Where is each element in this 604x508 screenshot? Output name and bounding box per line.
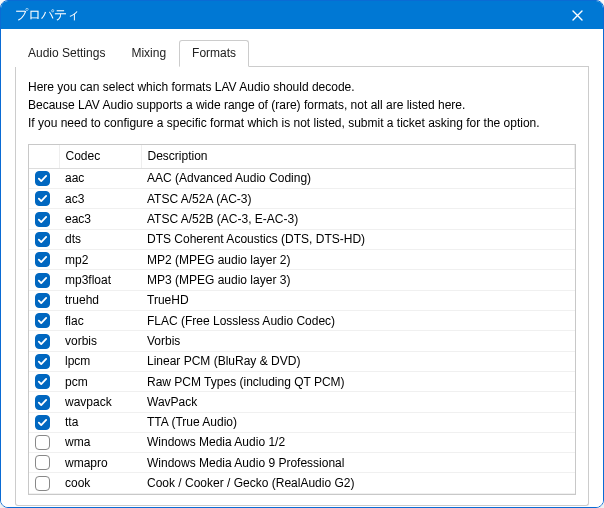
titlebar: プロパティ (1, 1, 603, 29)
codec-cell: lpcm (59, 351, 141, 371)
row-check-cell (29, 270, 59, 290)
intro-line: If you need to configure a specific form… (28, 115, 576, 131)
row-check-cell (29, 412, 59, 432)
table-row[interactable]: mp2MP2 (MPEG audio layer 2) (29, 249, 575, 269)
codec-cell: ac3 (59, 188, 141, 208)
formats-grid: Codec Description aacAAC (Advanced Audio… (28, 144, 576, 495)
tab-audio-settings[interactable]: Audio Settings (15, 40, 118, 67)
checkbox[interactable] (35, 212, 50, 227)
row-check-cell (29, 453, 59, 473)
tab-formats[interactable]: Formats (179, 40, 249, 67)
table-row[interactable]: ac3ATSC A/52A (AC-3) (29, 188, 575, 208)
window-title: プロパティ (15, 6, 80, 24)
intro-line: Here you can select which formats LAV Au… (28, 79, 576, 95)
codec-cell: wma (59, 432, 141, 452)
table-row[interactable]: cookCook / Cooker / Gecko (RealAudio G2) (29, 473, 575, 493)
table-row[interactable]: lpcmLinear PCM (BluRay & DVD) (29, 351, 575, 371)
col-header-description[interactable]: Description (141, 145, 575, 169)
table-row[interactable]: eac3ATSC A/52B (AC-3, E-AC-3) (29, 209, 575, 229)
checkbox[interactable] (35, 334, 50, 349)
table-row[interactable]: wavpackWavPack (29, 392, 575, 412)
checkbox[interactable] (35, 191, 50, 206)
codec-cell: flac (59, 310, 141, 330)
checkbox[interactable] (35, 293, 50, 308)
description-cell: FLAC (Free Lossless Audio Codec) (141, 310, 575, 330)
row-check-cell (29, 331, 59, 351)
checkbox[interactable] (35, 476, 50, 491)
codec-cell: mp3float (59, 270, 141, 290)
codec-cell: truehd (59, 290, 141, 310)
checkbox[interactable] (35, 313, 50, 328)
description-cell: Cook / Cooker / Gecko (RealAudio G2) (141, 473, 575, 493)
codec-cell: pcm (59, 371, 141, 391)
row-check-cell (29, 229, 59, 249)
table-row[interactable]: wmaproWindows Media Audio 9 Professional (29, 453, 575, 473)
tab-panel-formats: Here you can select which formats LAV Au… (15, 67, 589, 506)
intro-line: Because LAV Audio supports a wide range … (28, 97, 576, 113)
row-check-cell (29, 351, 59, 371)
table-row[interactable]: pcmRaw PCM Types (including QT PCM) (29, 371, 575, 391)
row-check-cell (29, 432, 59, 452)
col-header-check[interactable] (29, 145, 59, 169)
description-cell: MP2 (MPEG audio layer 2) (141, 249, 575, 269)
row-check-cell (29, 371, 59, 391)
row-check-cell (29, 249, 59, 269)
description-cell: Vorbis (141, 331, 575, 351)
client-area: Audio SettingsMixingFormats Here you can… (1, 29, 603, 508)
table-row[interactable]: mp3floatMP3 (MPEG audio layer 3) (29, 270, 575, 290)
checkbox[interactable] (35, 455, 50, 470)
table-row[interactable]: dtsDTS Coherent Acoustics (DTS, DTS-HD) (29, 229, 575, 249)
tab-mixing[interactable]: Mixing (118, 40, 179, 67)
codec-cell: tta (59, 412, 141, 432)
checkbox[interactable] (35, 273, 50, 288)
properties-dialog: プロパティ Audio SettingsMixingFormats Here y… (0, 0, 604, 508)
close-button[interactable] (563, 1, 591, 29)
description-cell: TTA (True Audio) (141, 412, 575, 432)
checkbox[interactable] (35, 415, 50, 430)
checkbox[interactable] (35, 435, 50, 450)
row-check-cell (29, 310, 59, 330)
codec-cell: eac3 (59, 209, 141, 229)
formats-grid-scroll[interactable]: Codec Description aacAAC (Advanced Audio… (29, 145, 575, 494)
description-cell: ATSC A/52B (AC-3, E-AC-3) (141, 209, 575, 229)
row-check-cell (29, 290, 59, 310)
checkbox[interactable] (35, 374, 50, 389)
codec-cell: wmapro (59, 453, 141, 473)
checkbox[interactable] (35, 252, 50, 267)
description-cell: Windows Media Audio 9 Professional (141, 453, 575, 473)
row-check-cell (29, 473, 59, 493)
description-cell: ATSC A/52A (AC-3) (141, 188, 575, 208)
description-cell: WavPack (141, 392, 575, 412)
description-cell: MP3 (MPEG audio layer 3) (141, 270, 575, 290)
tabstrip: Audio SettingsMixingFormats (15, 39, 589, 67)
codec-cell: aac (59, 168, 141, 188)
codec-cell: dts (59, 229, 141, 249)
description-cell: Raw PCM Types (including QT PCM) (141, 371, 575, 391)
table-row[interactable]: truehdTrueHD (29, 290, 575, 310)
description-cell: TrueHD (141, 290, 575, 310)
table-header-row: Codec Description (29, 145, 575, 169)
codec-cell: vorbis (59, 331, 141, 351)
checkbox[interactable] (35, 395, 50, 410)
row-check-cell (29, 168, 59, 188)
row-check-cell (29, 209, 59, 229)
formats-table: Codec Description aacAAC (Advanced Audio… (29, 145, 575, 494)
table-row[interactable]: aacAAC (Advanced Audio Coding) (29, 168, 575, 188)
row-check-cell (29, 188, 59, 208)
codec-cell: mp2 (59, 249, 141, 269)
table-row[interactable]: ttaTTA (True Audio) (29, 412, 575, 432)
row-check-cell (29, 392, 59, 412)
table-row[interactable]: vorbisVorbis (29, 331, 575, 351)
checkbox[interactable] (35, 232, 50, 247)
table-row[interactable]: flacFLAC (Free Lossless Audio Codec) (29, 310, 575, 330)
checkbox[interactable] (35, 354, 50, 369)
intro-text: Here you can select which formats LAV Au… (28, 79, 576, 134)
description-cell: Linear PCM (BluRay & DVD) (141, 351, 575, 371)
checkbox[interactable] (35, 171, 50, 186)
col-header-codec[interactable]: Codec (59, 145, 141, 169)
codec-cell: cook (59, 473, 141, 493)
close-icon (572, 10, 583, 21)
description-cell: Windows Media Audio 1/2 (141, 432, 575, 452)
table-row[interactable]: wmaWindows Media Audio 1/2 (29, 432, 575, 452)
description-cell: DTS Coherent Acoustics (DTS, DTS-HD) (141, 229, 575, 249)
